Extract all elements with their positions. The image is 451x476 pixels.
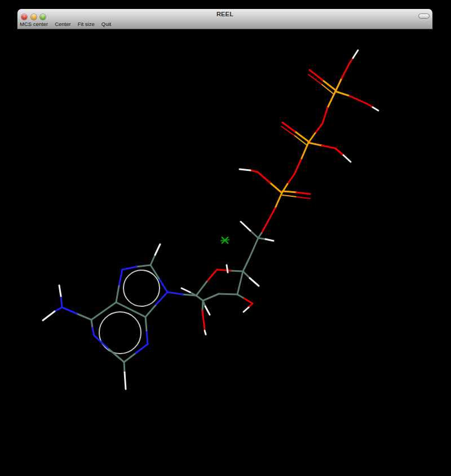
bond-segment <box>258 238 266 239</box>
bond-segment <box>322 80 335 90</box>
bond-segment <box>373 107 378 111</box>
bond-segment <box>262 228 264 233</box>
bond-segment <box>119 270 122 286</box>
bond-segment <box>55 307 62 311</box>
bond-segment <box>353 50 358 58</box>
bond-segment <box>258 172 270 183</box>
bond-segment <box>335 78 342 91</box>
bond-segment <box>124 353 136 362</box>
bond-segment <box>136 344 148 353</box>
bond-segment <box>244 298 253 303</box>
bond-segment <box>182 288 190 292</box>
bond-segment <box>151 255 155 265</box>
bond-segment <box>125 372 126 389</box>
bond-segment <box>159 279 167 292</box>
bond-segment <box>196 296 203 301</box>
bond-segment <box>116 286 119 302</box>
bond-segment <box>367 104 373 107</box>
toolbar-toggle-button[interactable] <box>418 14 430 19</box>
window-header: REEL MCS center Center Fit size Quit <box>17 8 433 29</box>
menu-bar: MCS center Center Fit size Quit <box>19 21 112 27</box>
bond-segment <box>297 197 310 199</box>
bond-segment <box>328 91 335 108</box>
menu-item-quit[interactable]: Quit <box>101 21 112 27</box>
bond-segment <box>237 294 244 298</box>
bond-segment <box>243 271 250 278</box>
bond-segment <box>343 155 351 162</box>
bond-segment <box>202 311 205 329</box>
bond-segment <box>294 135 307 145</box>
bond-segment <box>308 133 315 143</box>
bond-segment <box>250 278 259 286</box>
bond-segment <box>270 183 282 193</box>
bond-segment <box>308 74 321 84</box>
bond-segment <box>250 238 258 257</box>
bond-segment <box>207 270 217 281</box>
bond-segment <box>156 292 167 305</box>
bond-segment <box>309 70 322 80</box>
bond-segment <box>136 265 151 267</box>
bond-segment <box>282 195 297 197</box>
bond-segment <box>282 122 295 131</box>
bond-segment <box>322 146 335 148</box>
menu-item-fit-size[interactable]: Fit size <box>77 21 95 27</box>
bond-segment <box>43 311 55 320</box>
bond-segment <box>321 84 333 94</box>
bond-segment <box>91 320 92 328</box>
bond-segment <box>301 143 308 160</box>
menu-item-mcs-center[interactable]: MCS center <box>19 21 48 27</box>
bond-segment <box>205 306 210 315</box>
bond-segment <box>315 124 322 133</box>
bond-segment <box>145 317 147 330</box>
bond-segment <box>59 285 61 296</box>
bond-segment <box>237 271 243 294</box>
bond-segment <box>275 193 282 208</box>
bond-segment <box>350 58 353 63</box>
bond-segment <box>124 362 125 372</box>
bond-segment <box>335 148 343 155</box>
molecule-canvas[interactable] <box>0 0 451 476</box>
bond-segment <box>62 307 77 314</box>
bond-segment <box>244 307 249 312</box>
bond-segment <box>294 160 301 174</box>
bond-segment <box>77 314 91 320</box>
desktop: REEL MCS center Center Fit size Quit <box>0 0 451 476</box>
bond-segment <box>145 305 156 317</box>
bond-segment <box>155 244 160 255</box>
bond-segment <box>297 192 310 194</box>
bond-segment <box>240 169 250 170</box>
bond-segment <box>308 143 322 146</box>
bond-segment <box>241 222 250 231</box>
bond-segment <box>203 294 219 301</box>
window-title: REEL <box>17 11 432 17</box>
aromatic-ring-circle <box>99 312 141 354</box>
bond-segment <box>122 267 136 270</box>
bond-segment <box>243 257 250 271</box>
bond-segment <box>217 270 231 271</box>
bond-segment <box>227 265 228 272</box>
bond-segment <box>196 281 207 296</box>
bond-segment <box>205 330 206 334</box>
bond-segment <box>250 231 258 238</box>
bond-segment <box>167 292 183 294</box>
bond-segment <box>61 296 62 307</box>
bond-segment <box>281 126 294 135</box>
bond-segment <box>264 208 275 228</box>
menu-item-center[interactable]: Center <box>54 21 72 27</box>
bond-segment <box>295 131 308 141</box>
bond-segment <box>94 336 109 349</box>
bond-segment <box>109 349 124 362</box>
bond-segment <box>202 301 203 311</box>
bond-segment <box>266 239 273 241</box>
bond-segment <box>322 108 328 124</box>
bond-segment <box>231 271 243 271</box>
bond-segment <box>342 63 350 78</box>
aromatic-ring-circle <box>123 270 160 306</box>
bond-segment <box>147 330 148 344</box>
bond-segment <box>250 170 258 172</box>
bond-segment <box>288 174 294 184</box>
bond-segment <box>219 294 237 294</box>
bond-segment <box>335 91 350 96</box>
bond-segment <box>350 96 367 104</box>
bond-segment <box>92 328 94 336</box>
